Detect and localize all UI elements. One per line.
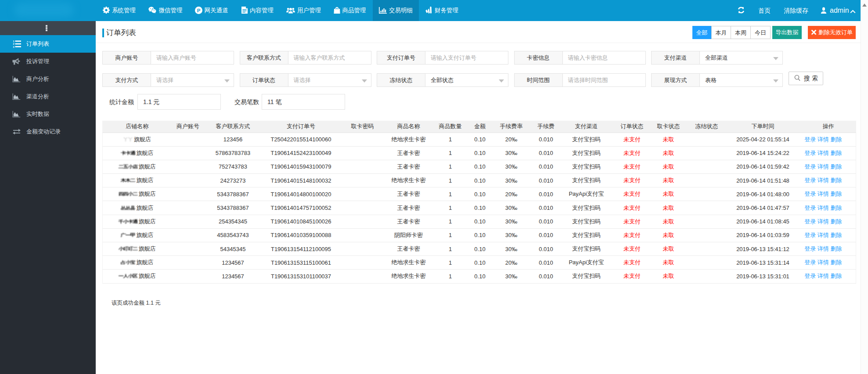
svg-text:3: 3 [13, 46, 14, 48]
svg-text:P: P [197, 7, 200, 13]
svg-text:2: 2 [13, 43, 14, 45]
svg-text:1: 1 [13, 40, 14, 43]
